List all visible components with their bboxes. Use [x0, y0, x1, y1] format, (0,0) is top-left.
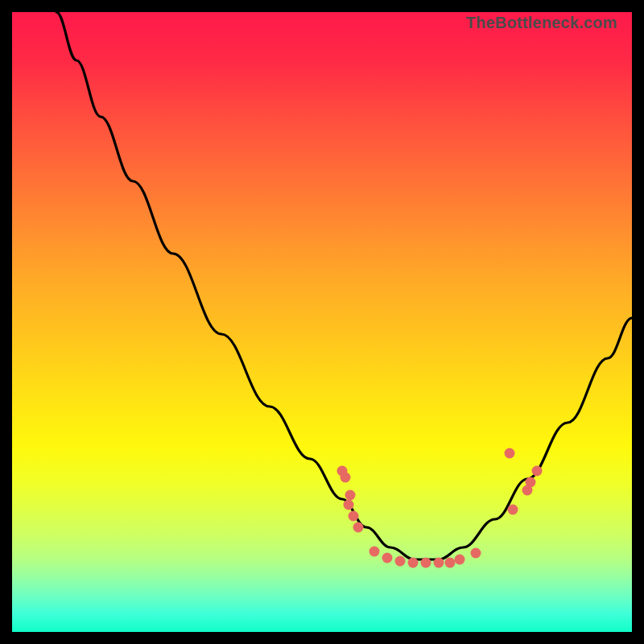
data-point	[369, 547, 380, 557]
data-point	[353, 522, 364, 533]
data-point	[532, 466, 543, 477]
chart-frame: TheBottleneck.com	[0, 0, 644, 644]
chart-plot-area: TheBottleneck.com	[12, 12, 632, 632]
data-point	[408, 558, 419, 568]
data-point	[508, 505, 518, 515]
bottleneck-curve	[12, 12, 632, 632]
data-point	[345, 490, 356, 501]
data-point	[382, 553, 393, 564]
data-point	[455, 555, 465, 565]
data-point	[341, 473, 351, 483]
data-point	[395, 556, 406, 567]
data-point	[471, 548, 481, 559]
data-point	[526, 477, 536, 488]
data-point	[349, 511, 359, 522]
data-point	[421, 558, 431, 568]
data-point	[505, 448, 515, 459]
data-point	[434, 558, 444, 568]
data-point	[344, 500, 354, 510]
